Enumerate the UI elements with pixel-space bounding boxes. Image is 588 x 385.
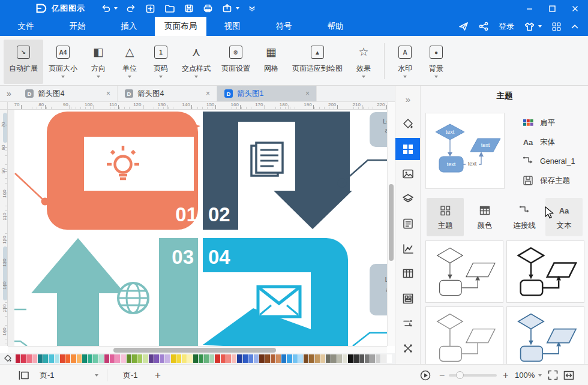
presentation-play-button[interactable] (420, 365, 431, 385)
color-swatch[interactable] (381, 354, 386, 363)
color-swatch[interactable] (226, 354, 231, 363)
theme-property-connector[interactable]: General_1 (521, 154, 586, 169)
panel-icon-note[interactable] (395, 213, 421, 235)
color-swatch[interactable] (165, 354, 170, 363)
color-swatch[interactable] (26, 354, 31, 363)
ribbon-button-page-size[interactable]: A4页面大小 (43, 40, 83, 84)
close-tab-icon[interactable]: × (104, 89, 112, 98)
color-swatch[interactable] (376, 354, 380, 363)
color-swatch[interactable] (254, 354, 259, 363)
color-swatch[interactable] (82, 354, 87, 363)
ribbon-button-page-setup[interactable]: ⚙页面设置 (216, 40, 256, 84)
document-tab-3[interactable]: D箭头图1× (217, 86, 317, 101)
color-swatch[interactable] (99, 354, 104, 363)
color-swatch[interactable] (16, 354, 20, 363)
ribbon-button-effects[interactable]: ☆效果 (348, 40, 379, 84)
document-tab-1[interactable]: D箭头图4× (18, 86, 118, 101)
color-swatch[interactable] (71, 354, 76, 363)
color-swatch[interactable] (271, 354, 275, 363)
color-swatch[interactable] (259, 354, 264, 363)
menu-tab-7[interactable]: 帮助 (310, 17, 361, 36)
tab-list-expander[interactable]: » (0, 86, 18, 101)
color-swatch[interactable] (309, 354, 314, 363)
minimize-button[interactable] (521, 2, 538, 15)
color-swatch[interactable] (370, 354, 375, 363)
menu-tab-3[interactable]: 插入 (103, 17, 155, 36)
undo-caret[interactable] (114, 7, 118, 10)
color-swatch[interactable] (315, 354, 320, 363)
zoom-slider[interactable] (449, 365, 497, 385)
apps-grid-icon[interactable] (552, 22, 561, 31)
menu-tab-5[interactable]: 视图 (206, 17, 258, 36)
color-swatch[interactable] (204, 354, 209, 363)
color-swatch[interactable] (171, 354, 176, 363)
step3-teal-arrow[interactable]: 03 (31, 238, 198, 346)
color-swatch[interactable] (293, 354, 298, 363)
fit-width-button[interactable] (563, 365, 574, 385)
theme-preview-card[interactable]: text text text text (425, 113, 505, 189)
export-icon[interactable] (222, 4, 232, 13)
color-swatch[interactable] (276, 354, 281, 363)
panel-icon-theme[interactable] (395, 138, 421, 160)
color-swatch[interactable] (88, 354, 92, 363)
export-caret[interactable] (236, 7, 239, 10)
color-swatch[interactable] (132, 354, 137, 363)
color-swatch[interactable] (187, 354, 192, 363)
zoom-in-button[interactable]: + (503, 365, 508, 385)
drawing-canvas[interactable]: 01 02 03 (8, 110, 387, 346)
color-swatch[interactable] (32, 354, 37, 363)
close-tab-icon[interactable]: × (304, 89, 311, 98)
panel-icon-collapse-panel[interactable]: » (395, 88, 421, 110)
color-swatch[interactable] (149, 354, 154, 363)
ribbon-button-grid[interactable]: ▦网格 (256, 40, 287, 84)
theme-thumbnail-blue-flowchart[interactable] (506, 306, 584, 364)
color-swatch[interactable] (326, 354, 331, 363)
collapse-ribbon-icon[interactable] (571, 24, 578, 29)
menu-tab-1[interactable]: 文件 (0, 17, 52, 36)
color-swatch[interactable] (221, 354, 226, 363)
ribbon-button-background[interactable]: ●背景 (421, 40, 452, 84)
ribbon-button-junction-style[interactable]: ⋏交点样式 (176, 40, 216, 84)
print-icon[interactable] (203, 4, 213, 13)
color-swatch[interactable] (343, 354, 347, 363)
no-fill-bucket-icon[interactable] (2, 354, 13, 363)
step4-cyan-arrow[interactable]: 04 (203, 238, 348, 346)
ribbon-button-watermark[interactable]: A水印 (389, 40, 421, 84)
ribbon-button-fit-to-drawing[interactable]: ▲页面适应到绘图 (287, 40, 348, 84)
page-selector[interactable]: 页-1 (40, 365, 55, 385)
vertical-scroll-thumb[interactable] (389, 184, 394, 261)
toolbar-customize-icon[interactable] (248, 5, 256, 11)
share-icon[interactable] (479, 22, 488, 31)
panel-tab-2[interactable]: 颜色 (466, 198, 503, 236)
color-swatch[interactable] (104, 354, 109, 363)
ribbon-button-page-number[interactable]: 1页码 (145, 40, 176, 84)
panel-tab-3[interactable]: 连接线 (506, 198, 543, 236)
color-swatch[interactable] (243, 354, 248, 363)
color-swatch[interactable] (182, 354, 187, 363)
panel-icon-fill-style[interactable] (395, 113, 421, 136)
redo-icon[interactable] (127, 4, 136, 13)
theme-thumbnail-thin-flowchart[interactable] (425, 240, 503, 303)
ribbon-button-unit[interactable]: △单位 (114, 40, 145, 84)
login-button[interactable]: 登录 (499, 21, 514, 32)
text-callout-bottom[interactable]: Lor a (370, 264, 387, 315)
color-swatch[interactable] (353, 354, 358, 363)
color-swatch[interactable] (199, 354, 203, 363)
color-swatch[interactable] (60, 354, 65, 363)
canvas-vertical-scrollbar[interactable] (387, 102, 395, 346)
color-swatch[interactable] (160, 354, 164, 363)
new-document-icon[interactable] (145, 4, 155, 14)
fullscreen-button[interactable] (548, 365, 558, 385)
color-swatch[interactable] (359, 354, 364, 363)
theme-thumbnail-bold-flowchart[interactable] (506, 240, 584, 303)
ribbon-button-auto-expand[interactable]: ↘自动扩展 (4, 40, 43, 84)
close-tab-icon[interactable]: × (204, 89, 212, 98)
open-file-icon[interactable] (164, 4, 175, 13)
color-swatch[interactable] (387, 354, 392, 363)
text-callout-top[interactable]: Lore a (370, 112, 387, 147)
add-page-button[interactable]: + (155, 365, 161, 385)
color-swatch[interactable] (331, 354, 336, 363)
color-swatch[interactable] (49, 354, 53, 363)
theme-property-font-aa[interactable]: Aa宋体 (521, 135, 586, 149)
color-swatch[interactable] (137, 354, 142, 363)
